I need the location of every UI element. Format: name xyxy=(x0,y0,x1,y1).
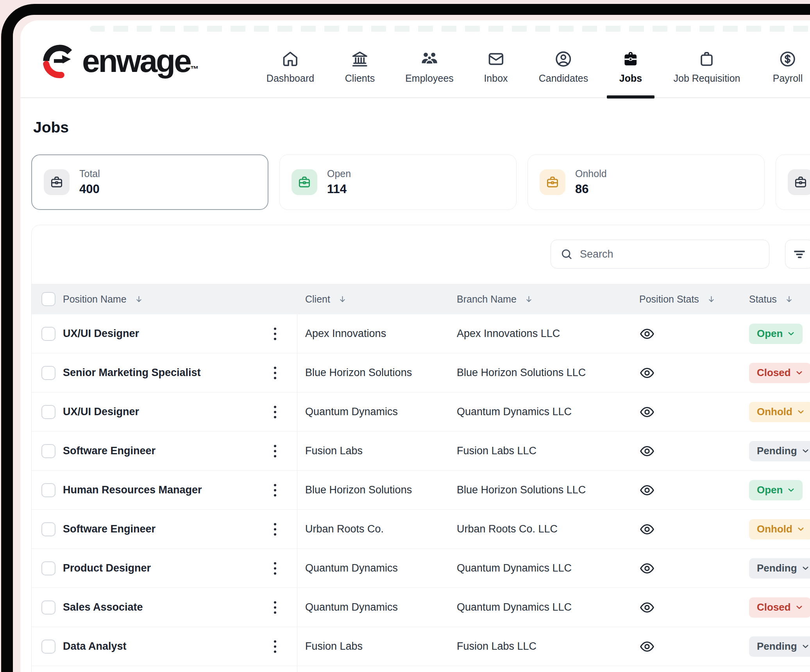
nav-item-inbox[interactable]: Inbox xyxy=(484,50,508,84)
stat-card-total[interactable]: Total 400 xyxy=(31,154,268,210)
column-label: Status xyxy=(749,294,777,305)
home-icon xyxy=(281,50,299,68)
decorative-dashes xyxy=(90,26,810,32)
status-badge[interactable]: Pending xyxy=(749,441,810,461)
nav-label: Job Requisition xyxy=(674,73,740,84)
kebab-menu-icon[interactable] xyxy=(274,640,276,653)
sort-down-icon[interactable] xyxy=(524,295,533,304)
nav-item-employees[interactable]: Employees xyxy=(405,50,454,84)
user-circle-icon xyxy=(554,50,572,68)
eye-icon[interactable] xyxy=(639,404,655,420)
chevron-down-icon xyxy=(795,368,804,377)
status-badge[interactable]: Open xyxy=(749,480,803,500)
position-cell: Product Designer xyxy=(32,549,297,588)
status-badge[interactable]: Closed xyxy=(749,363,810,383)
kebab-menu-icon[interactable] xyxy=(274,601,276,614)
client-cell: Fusion Labs xyxy=(297,627,448,666)
nav-item-payroll[interactable]: Payroll xyxy=(773,50,803,84)
stat-card-open[interactable]: Open 114 xyxy=(279,154,517,210)
eye-icon[interactable] xyxy=(639,600,655,615)
column-header-status[interactable]: Status xyxy=(735,284,810,314)
status-cell: Open xyxy=(735,314,810,353)
table-row[interactable]: Software Engineer Fusion Labs Fusion Lab… xyxy=(32,431,810,470)
nav-item-job-requisition[interactable]: Job Requisition xyxy=(674,50,740,84)
search-input-wrap[interactable] xyxy=(551,240,769,269)
nav-divider xyxy=(20,97,810,98)
status-badge[interactable]: Pending xyxy=(749,558,810,579)
eye-icon[interactable] xyxy=(639,561,655,576)
status-badge[interactable]: Onhold xyxy=(749,402,810,422)
row-checkbox[interactable] xyxy=(41,600,55,615)
branch-cell: Apex Innovations LLC xyxy=(448,314,626,353)
column-label: Client xyxy=(305,294,330,305)
table-row[interactable]: Software Engineer Urban Roots Co. Urban … xyxy=(32,509,810,548)
row-checkbox[interactable] xyxy=(41,405,55,419)
select-all-checkbox[interactable] xyxy=(41,292,55,306)
row-checkbox[interactable] xyxy=(41,327,55,341)
stat-card-partial[interactable] xyxy=(776,154,810,210)
chevron-down-icon xyxy=(796,525,805,534)
chevron-down-icon xyxy=(801,446,810,455)
table-row[interactable]: Product Designer Quantum Dynamics Quantu… xyxy=(32,548,810,588)
status-label: Onhold xyxy=(757,406,792,418)
table-row[interactable]: Senior Marketing Specialist Blue Horizon… xyxy=(32,353,810,392)
row-checkbox[interactable] xyxy=(41,444,55,458)
eye-icon[interactable] xyxy=(639,639,655,654)
kebab-menu-icon[interactable] xyxy=(274,328,276,340)
status-badge[interactable]: Closed xyxy=(749,597,810,618)
status-cell: Closed xyxy=(735,353,810,392)
sort-down-icon[interactable] xyxy=(338,295,347,304)
status-badge[interactable]: Onhold xyxy=(749,519,810,539)
kebab-menu-icon[interactable] xyxy=(274,445,276,457)
eye-icon[interactable] xyxy=(639,443,655,459)
row-checkbox[interactable] xyxy=(41,640,55,654)
kebab-menu-icon[interactable] xyxy=(274,562,276,575)
table-row[interactable]: Human Resources Manager Blue Horizon Sol… xyxy=(32,470,810,509)
position-name: Product Designer xyxy=(63,562,151,574)
position-stats-cell xyxy=(626,432,735,470)
kebab-menu-icon[interactable] xyxy=(274,406,276,418)
kebab-menu-icon[interactable] xyxy=(274,523,276,536)
kebab-menu-icon[interactable] xyxy=(274,367,276,379)
stat-value: 86 xyxy=(575,182,607,196)
status-badge[interactable]: Open xyxy=(749,324,803,344)
filter-button[interactable] xyxy=(785,240,810,269)
table-row[interactable]: UX/UI Designer Apex Innovations Apex Inn… xyxy=(32,314,810,353)
sort-down-icon[interactable] xyxy=(707,295,716,304)
branch-cell: Blue Horizon Solutions LLC xyxy=(448,471,626,509)
table-row[interactable]: Sales Associate Quantum Dynamics Quantum… xyxy=(32,588,810,627)
row-checkbox[interactable] xyxy=(41,483,55,497)
nav-item-candidates[interactable]: Candidates xyxy=(539,50,588,84)
search-input[interactable] xyxy=(579,248,760,261)
status-label: Pending xyxy=(757,562,797,574)
branch-cell: Urban Roots Co. LLC xyxy=(448,510,626,548)
column-header-branch-name[interactable]: Branch Name xyxy=(448,284,626,314)
nav-item-jobs[interactable]: Jobs xyxy=(619,50,642,84)
table-row[interactable]: Data Analyst Fusion Labs Fusion Labs LLC… xyxy=(32,627,810,666)
row-checkbox[interactable] xyxy=(41,366,55,380)
kebab-menu-icon[interactable] xyxy=(274,484,276,496)
eye-icon[interactable] xyxy=(639,326,655,342)
search-icon xyxy=(560,248,573,260)
column-header-client[interactable]: Client xyxy=(297,284,448,314)
row-checkbox[interactable] xyxy=(41,561,55,575)
table-header-row: Position Name Client Branch Name Positio… xyxy=(32,284,810,314)
bag-icon xyxy=(698,50,716,68)
jobs-table-card: Position Name Client Branch Name Positio… xyxy=(31,225,810,672)
sort-down-icon[interactable] xyxy=(134,295,143,304)
status-badge[interactable]: Pending xyxy=(749,636,810,657)
eye-icon[interactable] xyxy=(639,521,655,537)
stat-card-onhold[interactable]: Onhold 86 xyxy=(527,154,765,210)
chevron-down-icon xyxy=(801,564,810,573)
table-body: UX/UI Designer Apex Innovations Apex Inn… xyxy=(32,314,810,672)
eye-icon[interactable] xyxy=(639,482,655,498)
client-cell: Blue Horizon Solutions xyxy=(297,471,448,509)
column-header-position-name[interactable]: Position Name xyxy=(32,284,297,314)
nav-item-dashboard[interactable]: Dashboard xyxy=(266,50,314,84)
table-row[interactable]: UX/UI Designer Quantum Dynamics Quantum … xyxy=(32,392,810,431)
row-checkbox[interactable] xyxy=(41,522,55,536)
nav-item-clients[interactable]: Clients xyxy=(345,50,375,84)
eye-icon[interactable] xyxy=(639,365,655,381)
column-header-position-stats[interactable]: Position Stats xyxy=(626,284,735,314)
sort-down-icon[interactable] xyxy=(785,295,794,304)
